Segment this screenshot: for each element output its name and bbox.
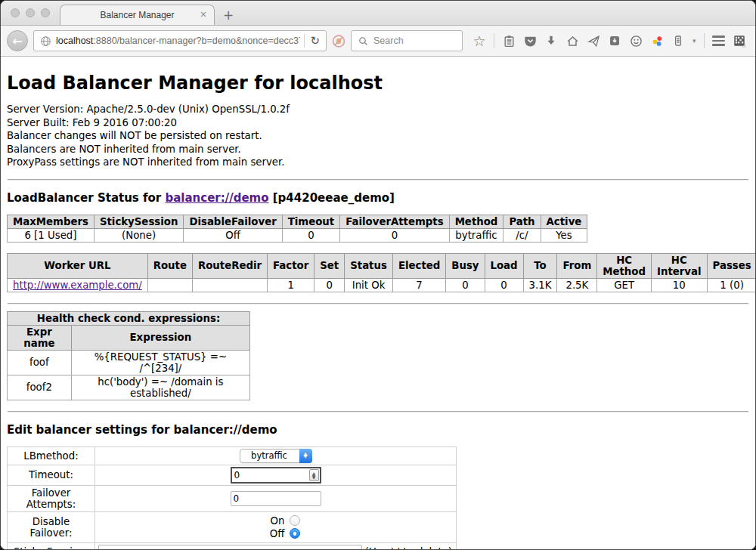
- reader-list-icon[interactable]: [671, 34, 685, 48]
- search-field[interactable]: Search: [351, 30, 463, 51]
- lbmethod-select[interactable]: bytraffic ▲▼: [240, 449, 312, 463]
- pocket-icon[interactable]: [523, 34, 537, 48]
- disable-failover-label: Disable Failover:: [8, 511, 95, 542]
- minimize-window-button[interactable]: [26, 8, 35, 17]
- sticky-session-label: Sticky Session:: [8, 542, 95, 549]
- url-bar[interactable]: localhost:8880/balancer-manager?b=demo&n…: [33, 30, 327, 51]
- cell-elected: 7: [392, 278, 445, 292]
- col-routeredir: RouteRedir: [192, 253, 267, 278]
- cell-method: bytraffic: [449, 228, 503, 242]
- col-stickysession: StickySession: [94, 215, 183, 228]
- menu-icon[interactable]: [712, 36, 725, 46]
- disable-failover-on-radio[interactable]: [290, 515, 300, 526]
- home-icon[interactable]: [565, 34, 579, 48]
- urlbar-divider: [304, 34, 305, 48]
- col-expression: Expression: [71, 325, 249, 350]
- worker-row: http://www.example.com/ 1 0 Init Ok 7 0 …: [8, 278, 756, 292]
- new-tab-button[interactable]: +: [223, 9, 234, 22]
- col-expr-name: Expr name: [8, 325, 72, 350]
- blocked-content-icon[interactable]: [332, 34, 345, 48]
- loadbalancer-status-heading: LoadBalancer Status for balancer://demo …: [7, 191, 749, 205]
- lbmethod-selected-value: bytraffic: [251, 450, 287, 461]
- save-to-device-icon[interactable]: [608, 34, 621, 48]
- cell-disablefailover: Off: [184, 228, 282, 242]
- cell-busy: 0: [446, 278, 485, 292]
- cell-set: 0: [314, 278, 345, 292]
- tab-bar: Balancer Manager × +: [1, 1, 755, 26]
- toolbar-separator: [704, 33, 705, 48]
- send-plane-icon[interactable]: [587, 34, 600, 48]
- navigation-toolbar: ← localhost:8880/balancer-manager?b=demo…: [1, 26, 755, 57]
- disable-failover-radios: On Off: [98, 514, 453, 541]
- timeout-input[interactable]: [234, 470, 309, 480]
- tab-balancer-manager[interactable]: Balancer Manager ×: [60, 5, 215, 25]
- proxypass-note-line: ProxyPass settings are NOT inherited fro…: [7, 156, 749, 169]
- reload-button[interactable]: ↻: [308, 36, 321, 47]
- extension-grid-icon[interactable]: [733, 34, 746, 48]
- balancer-status-table: MaxMembers StickySession DisableFailover…: [7, 215, 587, 243]
- col-to: To: [523, 253, 557, 278]
- cell-expr-name: foof: [8, 350, 72, 375]
- maximize-window-button[interactable]: [41, 8, 50, 17]
- url-path: :8880/balancer-manager?b=demo&nonce=decc…: [93, 36, 300, 46]
- timeout-input-wrapper: ▲▼: [231, 467, 321, 484]
- status-heading-prefix: LoadBalancer Status for: [7, 191, 165, 205]
- col-load: Load: [485, 253, 523, 278]
- toolbar-icons: ☆: [472, 33, 746, 48]
- col-method: Method: [449, 215, 503, 228]
- worker-url-link[interactable]: http://www.example.com/: [13, 280, 142, 291]
- cell-worker-url: http://www.example.com/: [8, 278, 148, 292]
- col-worker-url: Worker URL: [8, 253, 148, 278]
- sticky-session-hint: (Use '-' to delete): [365, 546, 453, 549]
- col-path: Path: [503, 215, 541, 228]
- col-active: Active: [541, 215, 587, 228]
- radio-on-label: On: [271, 515, 285, 527]
- server-info: Server Version: Apache/2.5.0-dev (Unix) …: [7, 103, 749, 169]
- persist-note-line: Balancer changes will NOT be persisted o…: [7, 129, 749, 143]
- bookmarks-clipboard-icon[interactable]: [502, 34, 516, 48]
- table-header-row: Expr name Expression: [8, 325, 250, 350]
- url-text: localhost:8880/balancer-manager?b=demo&n…: [56, 36, 300, 46]
- close-window-button[interactable]: [11, 8, 20, 17]
- cell-from: 2.5K: [557, 278, 597, 292]
- health-check-table: Health check cond. expressions: Expr nam…: [7, 311, 250, 400]
- cell-hc-method: GET: [597, 278, 652, 292]
- profile-colored-dots-icon[interactable]: [650, 34, 664, 48]
- cell-failoverattempts: 0: [340, 228, 449, 242]
- cell-route: [147, 278, 192, 292]
- feedback-smiley-icon[interactable]: [629, 34, 643, 48]
- cell-hc-interval: 10: [651, 278, 707, 292]
- col-hc-interval: HC Interval: [651, 253, 707, 278]
- cell-stickysession: (None): [94, 228, 183, 242]
- table-header-row: MaxMembers StickySession DisableFailover…: [8, 215, 587, 228]
- close-tab-icon[interactable]: ×: [200, 9, 207, 20]
- number-spinner-icon[interactable]: ▲▼: [309, 469, 319, 481]
- cell-to: 3.1K: [523, 278, 557, 292]
- section-divider: [8, 179, 748, 181]
- bookmark-star-icon[interactable]: ☆: [472, 34, 486, 48]
- page-title: Load Balancer Manager for localhost: [7, 73, 749, 94]
- downloads-arrow-icon[interactable]: [544, 34, 558, 48]
- health-table-title: Health check cond. expressions:: [8, 311, 250, 325]
- url-host: localhost: [56, 36, 93, 46]
- disable-failover-off-radio[interactable]: [290, 528, 300, 539]
- col-status: Status: [345, 253, 393, 278]
- cell-expr-name: foof2: [8, 375, 72, 400]
- table-header-row: Worker URL Route RouteRedir Factor Set S…: [8, 253, 756, 278]
- radio-off-label: Off: [270, 528, 285, 539]
- worker-status-table: Worker URL Route RouteRedir Factor Set S…: [7, 253, 755, 292]
- balancer-demo-link[interactable]: balancer://demo: [165, 191, 268, 205]
- sticky-session-input[interactable]: [98, 545, 362, 549]
- health-row: foof2 hc('body') =~ /domain is establish…: [8, 375, 250, 400]
- page-content: Load Balancer Manager for localhost Serv…: [1, 57, 755, 549]
- cell-active: Yes: [541, 228, 587, 242]
- overflow-caret-icon[interactable]: ▾: [692, 37, 696, 45]
- select-stepper-icon: ▲▼: [299, 449, 312, 463]
- failover-attempts-input[interactable]: [231, 491, 321, 506]
- cell-passes: 1 (0): [707, 278, 755, 292]
- health-title-row: Health check cond. expressions:: [8, 311, 250, 325]
- timeout-row: Timeout: ▲▼: [8, 465, 457, 485]
- cell-factor: 1: [268, 278, 314, 292]
- browser-window: Balancer Manager × + ← localhost:8880/ba…: [0, 0, 756, 550]
- back-button[interactable]: ←: [7, 30, 28, 51]
